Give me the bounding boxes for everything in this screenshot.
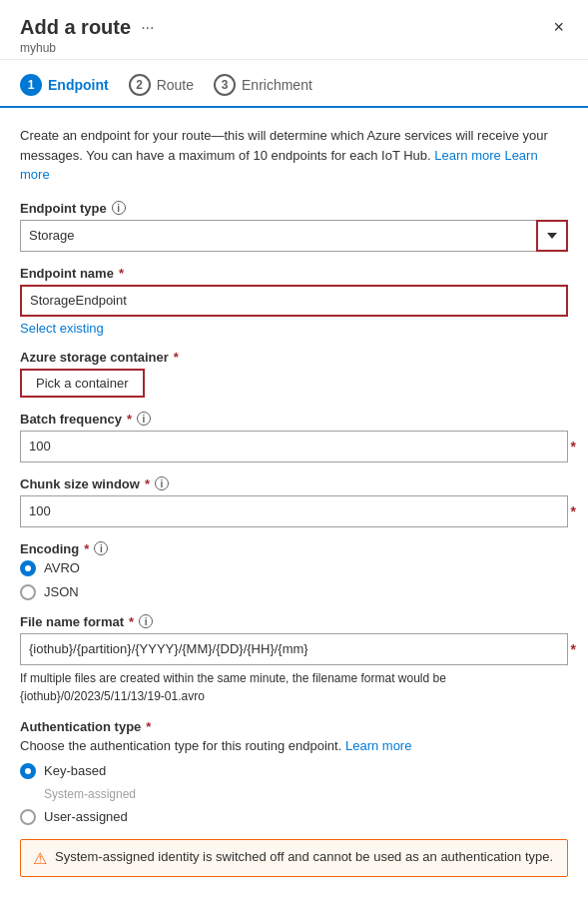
- endpoint-type-field: Endpoint type i Storage: [20, 201, 568, 252]
- batch-frequency-input[interactable]: [20, 431, 568, 462]
- endpoint-name-required: *: [119, 266, 124, 281]
- select-existing-link[interactable]: Select existing: [20, 321, 104, 336]
- chevron-down-icon: [547, 233, 557, 239]
- azure-storage-required: *: [174, 350, 179, 365]
- steps-bar: 1 Endpoint 2 Route 3 Enrichment: [0, 60, 588, 108]
- auth-key-based-option[interactable]: Key-based: [20, 763, 568, 779]
- endpoint-type-chevron[interactable]: [536, 220, 568, 252]
- encoding-radio-group: AVRO JSON: [20, 560, 568, 600]
- panel-subtitle: myhub: [20, 41, 154, 55]
- add-route-panel: Add a route ··· myhub × 1 Endpoint 2 Rou…: [0, 0, 588, 895]
- chunk-required-star: *: [571, 503, 576, 519]
- file-name-info-icon[interactable]: i: [139, 614, 153, 628]
- close-button[interactable]: ×: [549, 16, 568, 38]
- step-enrichment[interactable]: 3 Enrichment: [214, 74, 332, 96]
- content-area: Create an endpoint for your route—this w…: [0, 108, 588, 895]
- user-assigned-radio-circle[interactable]: [20, 809, 36, 825]
- panel-title: Add a route ···: [20, 16, 154, 39]
- azure-storage-container-field: Azure storage container * Pick a contain…: [20, 350, 568, 398]
- chunk-size-input[interactable]: [20, 495, 568, 527]
- warning-text: System-assigned identity is switched off…: [55, 848, 553, 866]
- description-text: Create an endpoint for your route—this w…: [20, 126, 568, 185]
- step-2-label: Route: [157, 77, 194, 93]
- step-endpoint[interactable]: 1 Endpoint: [20, 74, 129, 96]
- step-3-circle: 3: [214, 74, 236, 96]
- file-name-format-label: File name format * i: [20, 614, 568, 629]
- endpoint-name-input[interactable]: [20, 285, 568, 317]
- key-based-radio-circle[interactable]: [20, 763, 36, 779]
- pick-container-button[interactable]: Pick a container: [20, 369, 145, 398]
- encoding-json-option[interactable]: JSON: [20, 584, 568, 600]
- batch-frequency-field: Batch frequency * i *: [20, 412, 568, 462]
- encoding-info-icon[interactable]: i: [94, 541, 108, 555]
- key-based-label: Key-based: [44, 763, 106, 778]
- file-name-hint: If multiple files are created within the…: [20, 669, 568, 705]
- step-2-circle: 2: [129, 74, 151, 96]
- panel-header: Add a route ··· myhub ×: [0, 0, 588, 60]
- endpoint-name-wrapper: [20, 285, 568, 317]
- title-text: Add a route: [20, 16, 131, 39]
- file-format-required-star: *: [571, 641, 576, 657]
- auth-user-assigned-option[interactable]: User-assigned: [20, 809, 568, 825]
- batch-frequency-wrapper: *: [20, 431, 568, 462]
- avro-label: AVRO: [44, 560, 80, 575]
- auth-learn-more[interactable]: Learn more: [345, 738, 411, 753]
- chunk-size-label: Chunk size window * i: [20, 476, 568, 491]
- json-label: JSON: [44, 584, 79, 599]
- endpoint-type-info-icon[interactable]: i: [112, 201, 126, 215]
- warning-icon: ⚠: [33, 849, 47, 868]
- batch-required-star: *: [571, 439, 576, 455]
- step-1-label: Endpoint: [48, 77, 109, 93]
- endpoint-name-label: Endpoint name *: [20, 266, 568, 281]
- json-radio-circle[interactable]: [20, 584, 36, 600]
- step-route[interactable]: 2 Route: [129, 74, 214, 96]
- authentication-type-field: Authentication type * Choose the authent…: [20, 719, 568, 825]
- encoding-label: Encoding * i: [20, 541, 568, 556]
- file-name-format-input[interactable]: [20, 633, 568, 665]
- auth-radio-group: Key-based System-assigned User-assigned: [20, 763, 568, 825]
- auth-description: Choose the authentication type for this …: [20, 738, 568, 753]
- encoding-avro-option[interactable]: AVRO: [20, 560, 568, 576]
- chunk-size-info-icon[interactable]: i: [155, 476, 169, 490]
- step-1-circle: 1: [20, 74, 42, 96]
- authentication-type-label: Authentication type *: [20, 719, 568, 734]
- endpoint-type-label: Endpoint type i: [20, 201, 568, 216]
- user-assigned-label: User-assigned: [44, 809, 128, 824]
- step-3-label: Enrichment: [242, 77, 312, 93]
- chunk-size-wrapper: *: [20, 495, 568, 527]
- warning-box: ⚠ System-assigned identity is switched o…: [20, 839, 568, 877]
- endpoint-type-value: Storage: [20, 220, 536, 252]
- system-assigned-label: System-assigned: [44, 787, 568, 801]
- ellipsis-menu[interactable]: ···: [141, 19, 154, 37]
- title-group: Add a route ··· myhub: [20, 16, 154, 55]
- endpoint-type-dropdown[interactable]: Storage: [20, 220, 568, 252]
- chunk-size-field: Chunk size window * i *: [20, 476, 568, 527]
- endpoint-name-field: Endpoint name * Select existing: [20, 266, 568, 336]
- avro-radio-circle[interactable]: [20, 560, 36, 576]
- azure-storage-label: Azure storage container *: [20, 350, 568, 365]
- encoding-field: Encoding * i AVRO JSON: [20, 541, 568, 600]
- file-name-format-field: File name format * i * If multiple files…: [20, 614, 568, 705]
- batch-frequency-label: Batch frequency * i: [20, 412, 568, 427]
- batch-frequency-info-icon[interactable]: i: [137, 412, 151, 426]
- learn-more-link-1[interactable]: Learn more: [434, 148, 500, 163]
- file-name-format-wrapper: *: [20, 633, 568, 665]
